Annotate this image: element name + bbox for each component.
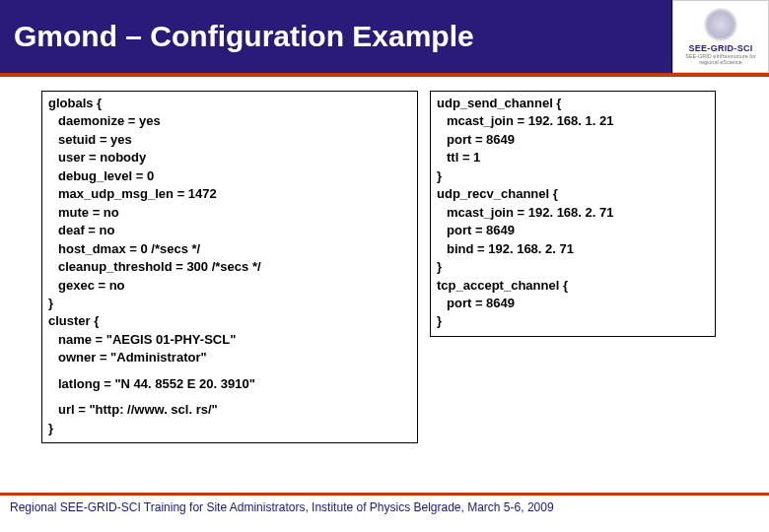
slide-title: Gmond – Configuration Example (0, 0, 672, 73)
cfg-line: latlong = "N 44. 8552 E 20. 3910" (48, 375, 411, 393)
cfg-line: setuid = yes (48, 131, 411, 149)
cfg-line: } (48, 420, 411, 437)
cfg-line: port = 8649 (437, 295, 709, 312)
cfg-line: mute = no (48, 204, 411, 222)
cfg-line: mcast_join = 192. 168. 1. 21 (437, 112, 709, 130)
cfg-line: bind = 192. 168. 2. 71 (437, 240, 709, 258)
cfg-line: globals { (48, 95, 411, 112)
cfg-line: owner = "Administrator" (48, 349, 411, 366)
cfg-line: daemonize = yes (48, 112, 411, 130)
cfg-line: gexec = no (48, 277, 411, 295)
cfg-line: ttl = 1 (437, 149, 709, 166)
cfg-line: udp_send_channel { (437, 95, 709, 112)
logo-icon (704, 8, 737, 41)
cfg-line: user = nobody (48, 149, 411, 166)
cfg-line: deaf = no (48, 222, 411, 239)
cfg-line: debug_level = 0 (48, 167, 411, 185)
cfg-line: port = 8649 (437, 222, 709, 239)
cfg-line: host_dmax = 0 /*secs */ (48, 240, 411, 258)
logo-area: SEE-GRID-SCI SEE-GRID eInfrastructure fo… (672, 0, 769, 73)
config-right-block: udp_send_channel { mcast_join = 192. 168… (430, 91, 716, 337)
cfg-line: max_udp_msg_len = 1472 (48, 185, 411, 203)
logo-subtext: SEE-GRID eInfrastructure for regional eS… (675, 54, 766, 65)
cfg-line: mcast_join = 192. 168. 2. 71 (437, 204, 709, 222)
header: Gmond – Configuration Example SEE-GRID-S… (0, 0, 769, 77)
cfg-line: } (437, 167, 709, 185)
cfg-line: } (437, 312, 709, 330)
cfg-line: name = "AEGIS 01-PHY-SCL" (48, 331, 411, 349)
config-left-block: globals { daemonize = yes setuid = yes u… (41, 91, 418, 443)
cfg-line: } (48, 295, 411, 312)
footer-text: Regional SEE-GRID-SCI Training for Site … (10, 500, 554, 514)
logo-text: SEE-GRID-SCI (688, 43, 752, 53)
cfg-line: udp_recv_channel { (437, 185, 709, 203)
cfg-line: url = "http: //www. scl. rs/" (48, 401, 411, 419)
footer: Regional SEE-GRID-SCI Training for Site … (0, 493, 769, 514)
cfg-line: cleanup_threshold = 300 /*secs */ (48, 258, 411, 276)
cfg-line: tcp_accept_channel { (437, 277, 709, 295)
cfg-line: } (437, 258, 709, 276)
cfg-line: cluster { (48, 312, 411, 330)
cfg-line: port = 8649 (437, 131, 709, 149)
content-area: globals { daemonize = yes setuid = yes u… (0, 77, 769, 443)
